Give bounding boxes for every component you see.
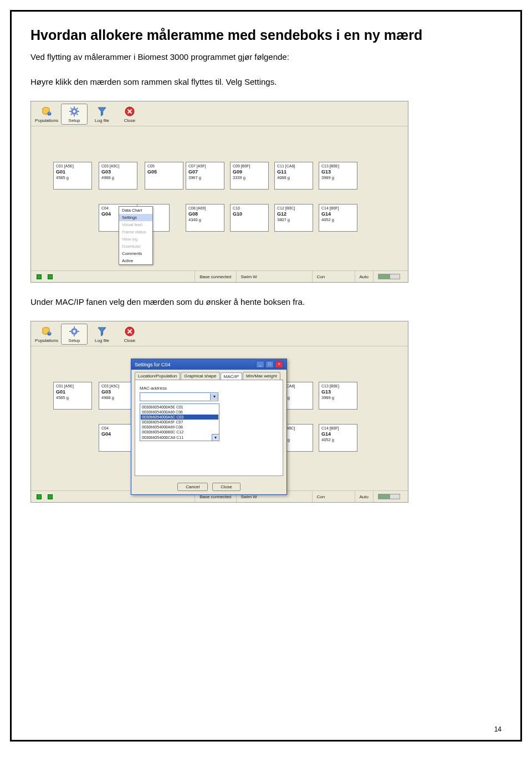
mac-option[interactable]: 003066054000A5F C07 bbox=[141, 420, 218, 425]
cage-id: C14 [B0F] bbox=[321, 206, 355, 211]
cancel-button[interactable]: Cancel bbox=[177, 483, 208, 491]
svg-line-8 bbox=[71, 108, 72, 109]
status-progress-2 bbox=[378, 494, 400, 499]
setup-button-2[interactable]: Setup bbox=[61, 324, 88, 345]
dialog-title: Settings for C04 bbox=[135, 362, 171, 367]
cage-group: G08 bbox=[188, 211, 222, 217]
dialog-close-icon[interactable]: × bbox=[275, 361, 283, 368]
cage-group: G11 bbox=[277, 169, 310, 175]
populations-label-2: Populations bbox=[35, 338, 58, 343]
cage-id: C14 [B0F] bbox=[321, 426, 355, 431]
cage-group: G01 bbox=[56, 389, 89, 395]
toolbar-2: Populations Setup Log file Close bbox=[31, 321, 408, 346]
dialog-max-icon[interactable]: □ bbox=[265, 361, 274, 368]
mac-combo[interactable]: ▾ bbox=[140, 392, 218, 401]
logfile-button-2[interactable]: Log file bbox=[89, 324, 115, 345]
cage-weight: 3989 g bbox=[321, 395, 355, 400]
cage-canvas: C14 [B0F]G144052 gC12 [B0C]G123807 gC10G… bbox=[31, 126, 408, 270]
tab-macip[interactable]: MAC/IP bbox=[221, 372, 243, 380]
menu-visualfeed[interactable]: Visual feed bbox=[119, 221, 152, 228]
cage-group: G10 bbox=[233, 211, 266, 217]
mac-listbox[interactable]: 003066054000A5E C01003066054000A60 C0600… bbox=[140, 403, 219, 441]
cage-G12[interactable]: C12 [B0C]G123807 g bbox=[274, 204, 313, 232]
tab-graphical-shape[interactable]: Graphical shape bbox=[181, 372, 219, 380]
status-led-2 bbox=[48, 494, 53, 499]
cage-canvas-2: C14 [B0F]G144052 gC12 [B0C]G123807 gC04G… bbox=[31, 346, 408, 490]
populations-label: Populations bbox=[35, 118, 58, 123]
database-icon bbox=[40, 325, 53, 338]
cage-id: C04 bbox=[101, 426, 135, 431]
mac-option[interactable]: 003066054000A5C C03 bbox=[141, 415, 218, 420]
tab-location[interactable]: Location/Population bbox=[135, 372, 180, 380]
close-label: Close bbox=[124, 118, 135, 123]
dialog-close-button[interactable]: Close bbox=[212, 483, 240, 491]
cage-weight: 4585 g bbox=[56, 395, 89, 400]
menu-settings[interactable]: Settings bbox=[119, 214, 152, 221]
cage-G01[interactable]: C01 [A5E]G014585 g bbox=[53, 382, 92, 410]
cage-id: C11 [CA8] bbox=[277, 164, 310, 169]
menu-active[interactable]: Active bbox=[119, 257, 152, 264]
cage-weight: 3339 g bbox=[233, 175, 266, 180]
cage-G08[interactable]: C08 [A69]G084340 g bbox=[186, 204, 224, 232]
cage-weight: 4585 g bbox=[56, 175, 89, 180]
menu-download[interactable]: Download bbox=[119, 243, 152, 250]
cage-id: C13 [B0E] bbox=[321, 384, 355, 389]
cage-group: G14 bbox=[321, 211, 355, 217]
cage-G10[interactable]: C10G10 bbox=[230, 204, 269, 232]
dialog-body: MAC-address ▾ 003066054000A5E C010030660… bbox=[135, 380, 283, 476]
menu-viewlog[interactable]: View log bbox=[119, 236, 152, 243]
app-screenshot-2: Populations Setup Log file Close C14 [B0… bbox=[30, 321, 408, 503]
menu-datachart[interactable]: Data Chart bbox=[119, 207, 152, 214]
funnel-icon bbox=[96, 325, 108, 338]
scroll-down-icon[interactable]: ▾ bbox=[212, 434, 219, 441]
menu-framestatus[interactable]: Frame status bbox=[119, 228, 152, 236]
cage-G13[interactable]: C13 [B0E]G133989 g bbox=[319, 382, 357, 410]
mac-option[interactable]: 003066054000B0C C12 bbox=[141, 430, 218, 434]
tab-minmax[interactable]: Min/Max weight bbox=[243, 372, 280, 380]
mac-option[interactable]: 003066054000A5E C01 bbox=[141, 405, 218, 410]
cage-G14[interactable]: C14 [B0F]G144052 g bbox=[319, 424, 357, 452]
status-swim: Swim W bbox=[236, 271, 312, 282]
populations-button-2[interactable]: Populations bbox=[33, 324, 60, 345]
cage-weight: 3989 g bbox=[321, 175, 355, 180]
svg-line-10 bbox=[77, 108, 78, 109]
cage-G03[interactable]: C03 [A5C]G034988 g bbox=[99, 162, 137, 190]
cage-G14[interactable]: C14 [B0F]G144052 g bbox=[319, 204, 357, 232]
cage-G05[interactable]: C05G05 bbox=[145, 162, 183, 190]
cage-group: G13 bbox=[321, 389, 355, 395]
dialog-min-icon[interactable]: _ bbox=[256, 361, 264, 368]
cage-id: C07 [A5F] bbox=[188, 164, 222, 169]
logfile-button[interactable]: Log file bbox=[89, 104, 115, 125]
setup-button[interactable]: Setup bbox=[61, 104, 88, 125]
step2-paragraph: Under MAC/IP fanen velg den mærden som d… bbox=[30, 296, 502, 308]
cage-group: G03 bbox=[101, 389, 135, 395]
cage-G13[interactable]: C13 [B0E]G133989 g bbox=[319, 162, 357, 190]
logfile-label: Log file bbox=[95, 118, 109, 123]
cage-id: C08 [A69] bbox=[188, 206, 222, 211]
cage-weight: 3807 g bbox=[277, 217, 310, 222]
cage-G11[interactable]: C11 [CA8]G114088 g bbox=[274, 162, 313, 190]
cage-G01[interactable]: C01 [A5E]G014585 g bbox=[53, 162, 92, 190]
close-label-2: Close bbox=[124, 338, 135, 343]
cage-id: C13 [B0E] bbox=[321, 164, 355, 169]
status-progress bbox=[378, 274, 400, 279]
close-button-2[interactable]: Close bbox=[116, 324, 143, 345]
status-led-2 bbox=[48, 274, 53, 279]
populations-button[interactable]: Populations bbox=[33, 104, 60, 125]
cage-G07[interactable]: C07 [A5F]G073967 g bbox=[186, 162, 224, 190]
mac-option[interactable]: 003066054000A60 C06 bbox=[141, 410, 218, 415]
cage-G09[interactable]: C09 [B0F]G093339 g bbox=[230, 162, 269, 190]
mac-option[interactable]: 003066054000A69 C08 bbox=[141, 425, 218, 430]
menu-comments[interactable]: Comments bbox=[119, 250, 152, 257]
app-screenshot-1: Populations Setup Log file Close C14 [B0… bbox=[30, 101, 408, 283]
mac-option[interactable]: 003066054000CA8 C11 bbox=[141, 435, 218, 440]
cage-id: C12 [B0C] bbox=[277, 206, 310, 211]
page-number: 14 bbox=[494, 725, 502, 733]
gear-icon bbox=[68, 105, 80, 117]
cage-weight: 4988 g bbox=[101, 395, 135, 400]
cage-weight: 4988 g bbox=[101, 175, 135, 180]
cage-weight: 4088 g bbox=[277, 175, 310, 180]
chevron-down-icon: ▾ bbox=[210, 393, 218, 400]
cage-group: G05 bbox=[147, 169, 181, 175]
close-button[interactable]: Close bbox=[116, 104, 143, 125]
